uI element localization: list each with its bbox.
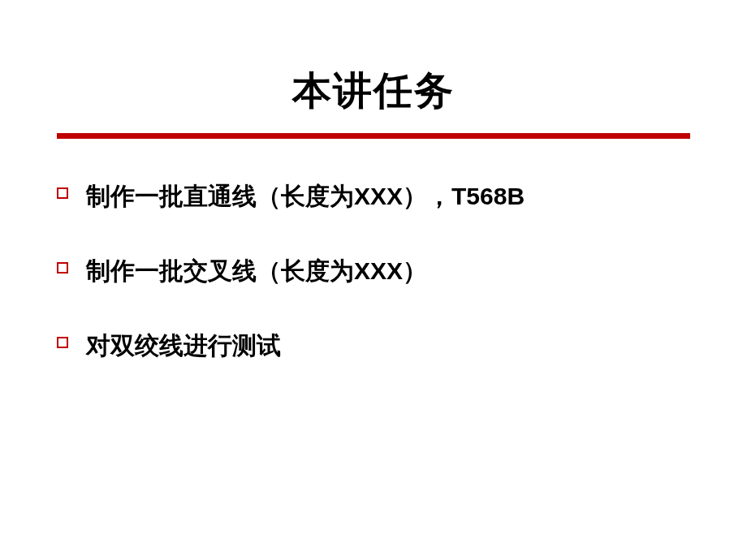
list-item: 对双绞线进行测试 — [57, 329, 690, 363]
slide-container: 本讲任务 制作一批直通线（长度为XXX），T568B 制作一批交叉线（长度为XX… — [0, 0, 747, 560]
slide-title: 本讲任务 — [57, 65, 690, 117]
bullet-text: 对双绞线进行测试 — [86, 329, 281, 363]
square-bullet-icon — [57, 262, 68, 274]
title-divider — [57, 133, 690, 139]
list-item: 制作一批直通线（长度为XXX），T568B — [57, 179, 690, 213]
bullet-text: 制作一批交叉线（长度为XXX） — [86, 254, 427, 288]
square-bullet-icon — [57, 337, 68, 348]
bullet-list: 制作一批直通线（长度为XXX），T568B 制作一批交叉线（长度为XXX） 对双… — [57, 179, 690, 363]
list-item: 制作一批交叉线（长度为XXX） — [57, 254, 690, 288]
bullet-text: 制作一批直通线（长度为XXX），T568B — [86, 179, 525, 213]
square-bullet-icon — [57, 187, 68, 199]
